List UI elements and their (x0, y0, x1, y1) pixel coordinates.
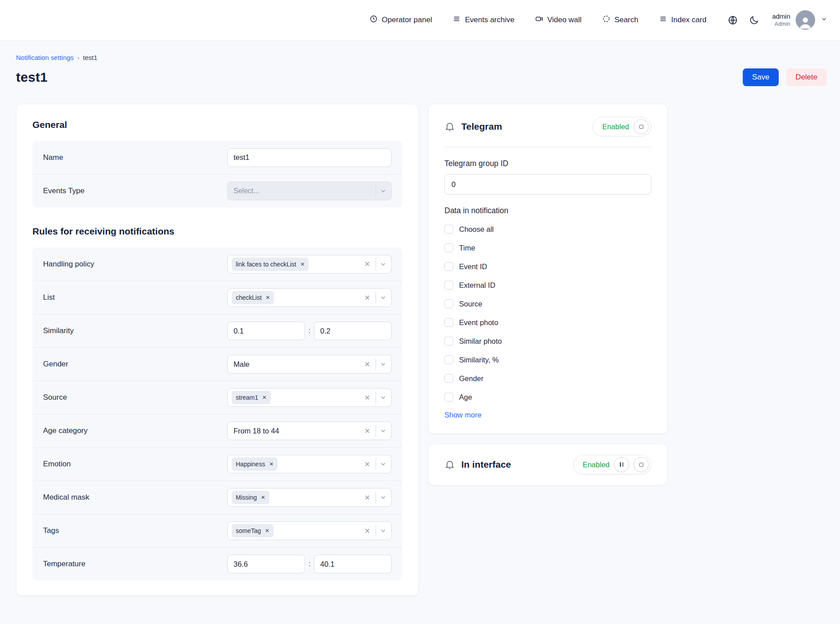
name-input[interactable] (227, 148, 392, 167)
medical-mask-select[interactable]: Missing✕✕ (227, 488, 392, 507)
remove-tag-icon[interactable]: ✕ (262, 394, 267, 401)
checkbox-age[interactable] (444, 393, 453, 401)
checkbox-label: Source (459, 300, 482, 308)
clear-icon[interactable]: ✕ (363, 427, 372, 435)
checkbox-similar-photo[interactable] (444, 337, 453, 346)
language-globe-icon[interactable] (727, 14, 738, 26)
stop-icon (639, 125, 643, 129)
select-divider (376, 458, 376, 470)
rules-heading: Rules for receiving notifications (32, 226, 402, 237)
temperature-from-input[interactable] (227, 555, 305, 573)
show-more-link[interactable]: Show more (444, 411, 481, 419)
checkbox-row-time[interactable]: Time (444, 238, 651, 257)
checkbox-row-similarity[interactable]: Similarity, % (444, 350, 651, 369)
clear-icon[interactable]: ✕ (363, 260, 372, 268)
clear-icon[interactable]: ✕ (363, 493, 372, 502)
checkbox-choose-all[interactable] (444, 225, 453, 234)
stop-icon-button[interactable] (634, 457, 649, 472)
checkbox-time[interactable] (444, 243, 453, 252)
breadcrumb: Notification settings › test1 (16, 54, 827, 61)
nav-item-operator-panel[interactable]: Operator panel (369, 15, 432, 25)
similarity-from-input[interactable] (227, 322, 305, 340)
checkbox-row-external-id[interactable]: External ID (444, 276, 651, 294)
tag-chip: Missing✕ (232, 491, 269, 504)
checkbox-event-id[interactable] (444, 262, 453, 271)
save-button[interactable]: Save (743, 68, 779, 86)
checkbox-label: Event ID (459, 262, 487, 271)
select-divider (376, 185, 376, 197)
nav-item-search[interactable]: Search (602, 15, 638, 25)
user-name: admin (772, 12, 790, 21)
nav-item-video-wall[interactable]: Video wall (535, 15, 582, 25)
chevron-down-icon[interactable] (380, 361, 387, 368)
user-menu[interactable]: admin Admin (772, 10, 828, 30)
clear-icon[interactable]: ✕ (363, 294, 372, 302)
chevron-down-icon[interactable] (380, 187, 387, 195)
gender-row: GenderMale✕ (32, 347, 402, 381)
clear-icon[interactable]: ✕ (363, 460, 372, 469)
checkbox-row-choose-all[interactable]: Choose all (444, 220, 651, 238)
checkbox-row-gender[interactable]: Gender (444, 369, 651, 388)
name-row: Name (32, 141, 402, 174)
pause-icon-button[interactable] (614, 457, 629, 472)
handling-policy-row: Handling policylink faces to checkList✕✕ (32, 247, 402, 281)
tags-select[interactable]: someTag✕✕ (227, 521, 392, 540)
remove-tag-icon[interactable]: ✕ (261, 494, 265, 501)
checkbox-external-id[interactable] (444, 281, 453, 290)
chevron-down-icon[interactable] (380, 461, 387, 468)
handling-policy-select[interactable]: link faces to checkList✕✕ (227, 255, 392, 274)
source-select[interactable]: stream1✕✕ (227, 388, 392, 407)
gender-select[interactable]: Male✕ (227, 355, 392, 374)
checkbox-gender[interactable] (444, 374, 453, 383)
dark-mode-moon-icon[interactable] (748, 14, 760, 26)
remove-tag-icon[interactable]: ✕ (300, 261, 305, 267)
chevron-down-icon[interactable] (380, 527, 387, 534)
checkbox-row-age[interactable]: Age (444, 388, 651, 406)
age-category-select[interactable]: From 18 to 44✕ (227, 421, 392, 440)
tags-row: TagssomeTag✕✕ (32, 514, 402, 547)
breadcrumb-notification-settings[interactable]: Notification settings (16, 54, 74, 61)
checkbox-row-source[interactable]: Source (444, 294, 651, 313)
checkbox-source[interactable] (444, 299, 453, 308)
checkbox-label: Age (459, 393, 472, 401)
delete-button[interactable]: Delete (786, 68, 827, 86)
remove-tag-icon[interactable]: ✕ (269, 461, 273, 467)
checkbox-event-photo[interactable] (444, 318, 453, 327)
clear-icon[interactable]: ✕ (363, 393, 372, 402)
similarity-to-input[interactable] (314, 322, 392, 340)
remove-tag-icon[interactable]: ✕ (265, 528, 269, 534)
select-divider (376, 425, 376, 437)
in-interface-status: Enabled (582, 461, 610, 469)
tag-chip: link faces to checkList✕ (232, 258, 309, 271)
events-type-select[interactable]: Select... (227, 182, 392, 200)
checkbox-row-similar-photo[interactable]: Similar photo (444, 332, 651, 350)
clear-icon[interactable]: ✕ (363, 360, 372, 369)
tag-chip: stream1✕ (232, 391, 271, 404)
list-select[interactable]: checkList✕✕ (227, 288, 392, 307)
emotion-select[interactable]: Happiness✕✕ (227, 455, 392, 473)
checkbox-similarity[interactable] (444, 355, 453, 364)
telegram-group-id-input[interactable] (444, 174, 651, 195)
divider (444, 147, 651, 147)
settings-card: General Name Events Type Select... (16, 104, 419, 596)
clear-icon[interactable]: ✕ (363, 527, 372, 535)
remove-tag-icon[interactable]: ✕ (265, 294, 270, 301)
nav-item-events-archive[interactable]: Events archive (452, 15, 515, 25)
similarity-label: Similarity (43, 326, 74, 335)
telegram-group-id-label: Telegram group ID (444, 159, 651, 168)
stop-icon-button[interactable] (634, 119, 649, 134)
chevron-down-icon[interactable] (380, 294, 387, 301)
chevron-down-icon[interactable] (380, 261, 387, 268)
nav-item-index-card[interactable]: Index card (659, 15, 706, 25)
temperature-to-input[interactable] (314, 555, 392, 573)
checkbox-row-event-photo[interactable]: Event photo (444, 313, 651, 332)
chevron-down-icon[interactable] (380, 494, 387, 501)
user-role: Admin (772, 21, 790, 28)
breadcrumb-current: test1 (83, 54, 98, 61)
chevron-down-icon[interactable] (380, 427, 387, 434)
tags-label: Tags (43, 526, 59, 535)
checkbox-row-event-id[interactable]: Event ID (444, 257, 651, 276)
index-card-icon (659, 15, 667, 25)
chevron-down-icon[interactable] (380, 394, 387, 401)
tag-chip-label: Happiness (236, 461, 265, 468)
